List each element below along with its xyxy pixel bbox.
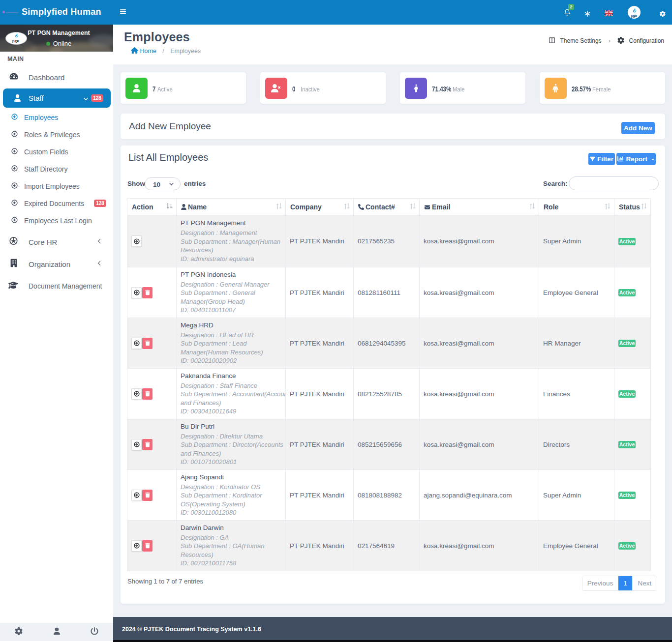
svg-text:pgn: pgn xyxy=(631,13,638,18)
svg-text:pgn: pgn xyxy=(12,38,20,43)
